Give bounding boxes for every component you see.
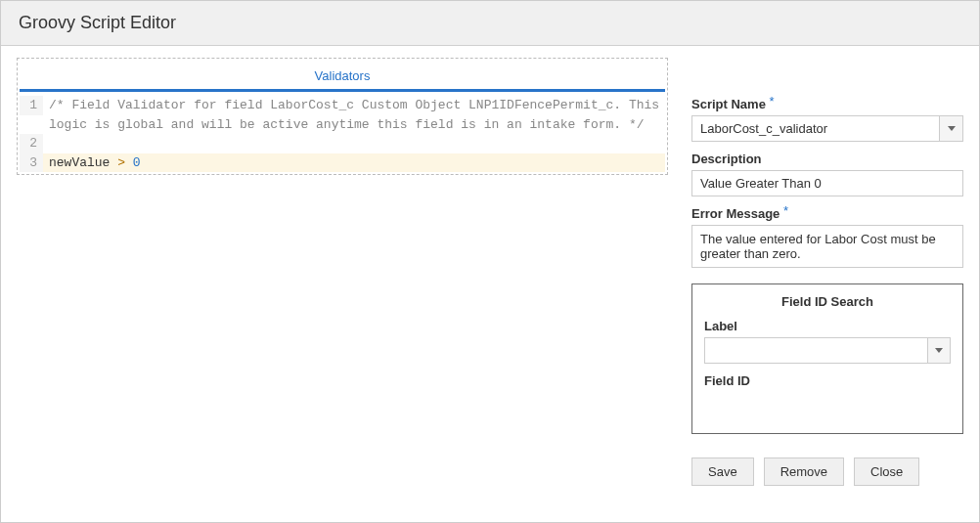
script-name-label: Script Name * xyxy=(691,97,963,111)
script-name-dropdown-button[interactable] xyxy=(940,115,963,142)
field-id-group: Field ID xyxy=(704,373,951,415)
window-header: Groovy Script Editor xyxy=(1,1,979,46)
error-message-label: Error Message * xyxy=(691,206,963,221)
tab-validators[interactable]: Validators xyxy=(20,61,665,92)
label-dropdown-button[interactable] xyxy=(928,337,951,364)
chevron-down-icon xyxy=(948,126,956,131)
field-id-search-box: Field ID Search Label Field ID xyxy=(691,283,963,434)
label-input-wrapper xyxy=(704,337,951,364)
tab-validators-label: Validators xyxy=(315,68,371,83)
required-star-icon: * xyxy=(770,94,775,109)
field-id-value xyxy=(704,392,951,415)
script-name-group: Script Name * xyxy=(691,97,963,142)
svg-marker-1 xyxy=(935,348,943,353)
svg-marker-0 xyxy=(948,126,956,131)
save-button[interactable]: Save xyxy=(691,458,754,486)
field-id-search-title: Field ID Search xyxy=(704,294,951,309)
tab-container: Validators 1 /* Field Validator for fiel… xyxy=(17,58,668,175)
description-label: Description xyxy=(691,152,963,166)
tok-id: newValue xyxy=(49,155,110,170)
chevron-down-icon xyxy=(935,348,943,353)
code-line-1: 1 /* Field Validator for field LaborCost… xyxy=(20,96,665,134)
label-input[interactable] xyxy=(704,337,928,364)
close-button[interactable]: Close xyxy=(854,458,919,486)
gutter-3: 3 xyxy=(20,153,43,173)
code-line-3: 3 newValue > 0 xyxy=(20,153,665,173)
error-message-group: Error Message * The value entered for La… xyxy=(691,206,963,268)
description-input[interactable] xyxy=(691,170,963,196)
error-message-label-text: Error Message xyxy=(691,206,780,221)
required-star-icon: * xyxy=(783,203,788,218)
code-line-2: 2 xyxy=(20,134,665,153)
label-label: Label xyxy=(704,319,951,333)
window-title: Groovy Script Editor xyxy=(19,13,961,33)
description-group: Description xyxy=(691,152,963,196)
button-row: Save Remove Close xyxy=(691,458,963,486)
script-name-input[interactable] xyxy=(691,115,940,142)
left-panel: Validators 1 /* Field Validator for fiel… xyxy=(17,58,668,506)
script-name-label-text: Script Name xyxy=(691,97,766,111)
code-editor[interactable]: 1 /* Field Validator for field LaborCost… xyxy=(20,96,665,172)
field-id-label: Field ID xyxy=(704,373,951,388)
remove-button[interactable]: Remove xyxy=(764,458,844,486)
right-panel: Script Name * Description Error Message … xyxy=(691,58,963,506)
gutter-2: 2 xyxy=(20,134,43,153)
label-group: Label xyxy=(704,319,951,364)
window-body: Validators 1 /* Field Validator for fiel… xyxy=(1,46,979,522)
code-content-3: newValue > 0 xyxy=(43,153,665,173)
tok-num: 0 xyxy=(133,155,141,170)
editor-window: Groovy Script Editor Validators 1 /* Fie… xyxy=(0,0,980,523)
gutter-1: 1 xyxy=(20,96,43,115)
tok-op: > xyxy=(117,155,125,170)
script-name-wrapper xyxy=(691,115,963,142)
code-content-1: /* Field Validator for field LaborCost_c… xyxy=(43,96,665,134)
error-message-value[interactable]: The value entered for Labor Cost must be… xyxy=(691,225,963,268)
